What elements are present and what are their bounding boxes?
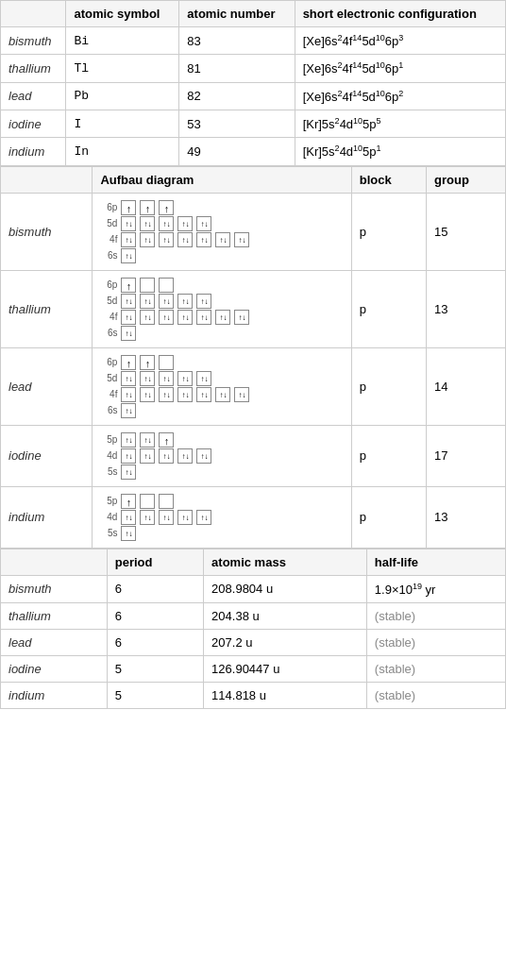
aufbau-row-indium: indium 5p ↑ 4d ↑↓ ↑↓ ↑↓ [1,486,506,548]
element-name-bismuth: bismuth [1,27,66,55]
orbital-box: ↑↓ [121,387,136,402]
aufbau-group-lead: 14 [427,347,506,425]
orbital-box: ↑↓ [177,387,193,402]
orbital-box: ↑↓ [196,216,211,231]
aufbau-block-indium: p [351,486,426,548]
table-row: bismuth 6 208.9804 u 1.9×1019 yr [1,575,506,602]
orbital-box [159,494,174,509]
orbital-box: ↑ [121,355,136,370]
aufbau-block-bismuth: p [351,193,426,270]
prop-name-indium: indium [1,682,108,708]
element-name-lead: lead [1,82,66,110]
orbital-box: ↑↓ [140,216,155,231]
orbital-box: ↑↓ [121,465,136,480]
orbital-box: ↑↓ [159,387,174,402]
prop-col-halflife: half-life [366,549,505,575]
orbital-box: ↑↓ [159,310,174,325]
col-header-number: atomic number [179,1,295,27]
element-symbol-indium: In [66,138,179,165]
orbital-box: ↑↓ [140,448,155,464]
orbital-box: ↑↓ [121,371,136,386]
aufbau-block-iodine: p [351,425,426,486]
prop-halflife-lead: (stable) [366,629,505,655]
prop-period-lead: 6 [107,629,203,655]
orbital-box: ↑↓ [177,216,193,231]
orbital-box [159,355,174,370]
aufbau-col-group: group [427,166,506,193]
table-row: thallium Tl 81 [Xe]6s24f145d106p1 [1,55,506,82]
orbital-box: ↑↓ [159,448,174,464]
orbital-box: ↑ [159,432,174,448]
orbital-box: ↑↓ [234,232,249,247]
aufbau-name-iodine: iodine [1,425,93,486]
orbital-box: ↑ [121,494,136,509]
aufbau-diagram-thallium: 6p ↑ 5d ↑↓ ↑↓ ↑↓ ↑↓ ↑↓ [93,270,351,347]
orbital-box: ↑ [121,278,136,293]
col-header-symbol: atomic symbol [66,1,179,27]
orbital-box: ↑↓ [159,232,174,247]
aufbau-group-iodine: 17 [427,425,506,486]
prop-period-bismuth: 6 [107,575,203,602]
orbital-box: ↑↓ [140,432,155,448]
prop-halflife-thallium: (stable) [366,602,505,629]
orbital-box [140,278,155,293]
orbital-box: ↑↓ [121,432,136,448]
prop-mass-iodine: 126.90447 u [204,655,367,682]
config-thallium: [Xe]6s24f145d106p1 [295,55,505,82]
element-symbol-thallium: Tl [66,55,179,82]
aufbau-diagram-bismuth: 6p ↑ ↑ ↑ 5d ↑↓ ↑↓ ↑↓ ↑↓ ↑↓ [93,193,351,270]
aufbau-diagram-lead: 6p ↑ ↑ 5d ↑↓ ↑↓ ↑↓ ↑↓ ↑↓ [93,347,351,425]
orbital-box: ↑↓ [121,248,136,263]
table-row: bismuth Bi 83 [Xe]6s24f145d106p3 [1,27,506,55]
prop-name-thallium: thallium [1,602,108,629]
table-row: iodine I 53 [Kr]5s24d105p5 [1,110,506,137]
prop-mass-thallium: 204.38 u [204,602,367,629]
orbital-box: ↑↓ [196,387,211,402]
orbital-box [159,278,174,293]
prop-name-iodine: iodine [1,655,108,682]
prop-halflife-bismuth: 1.9×1019 yr [366,575,505,602]
aufbau-row-iodine: iodine 5p ↑↓ ↑↓ ↑ 4d ↑↓ ↑↓ ↑↓ [1,425,506,486]
aufbau-group-bismuth: 15 [427,193,506,270]
orbital-box: ↑↓ [140,310,155,325]
orbital-box: ↑↓ [121,294,136,309]
orbital-box: ↑↓ [215,387,230,402]
config-bismuth: [Xe]6s24f145d106p3 [295,27,505,55]
table-properties: period atomic mass half-life bismuth 6 2… [0,549,506,709]
orbital-box: ↑↓ [159,216,174,231]
config-indium: [Kr]5s24d105p1 [295,138,505,165]
orbital-box: ↑↓ [121,216,136,231]
orbital-box: ↑↓ [121,403,136,418]
orbital-box: ↑↓ [121,510,136,525]
orbital-box: ↑ [140,355,155,370]
orbital-box: ↑ [121,200,136,215]
config-iodine: [Kr]5s24d105p5 [295,110,505,137]
element-symbol-lead: Pb [66,82,179,110]
atomic-number-indium: 49 [179,138,295,165]
orbital-box: ↑ [159,200,174,215]
orbital-box: ↑↓ [234,310,249,325]
element-symbol-iodine: I [66,110,179,137]
aufbau-row-lead: lead 6p ↑ ↑ 5d ↑↓ ↑↓ ↑↓ [1,347,506,425]
aufbau-block-lead: p [351,347,426,425]
prop-mass-bismuth: 208.9804 u [204,575,367,602]
prop-col-mass: atomic mass [204,549,367,575]
orbital-box: ↑↓ [140,371,155,386]
aufbau-diagram-iodine: 5p ↑↓ ↑↓ ↑ 4d ↑↓ ↑↓ ↑↓ ↑↓ ↑↓ [93,425,351,486]
orbital-box: ↑↓ [215,310,230,325]
orbital-box: ↑↓ [121,326,136,341]
prop-name-lead: lead [1,629,108,655]
element-symbol-bismuth: Bi [66,27,179,55]
aufbau-row-thallium: thallium 6p ↑ 5d ↑↓ ↑↓ ↑↓ [1,270,506,347]
orbital-box: ↑↓ [121,310,136,325]
table-row: lead Pb 82 [Xe]6s24f145d106p2 [1,82,506,110]
orbital-box: ↑↓ [140,232,155,247]
orbital-box: ↑↓ [177,232,193,247]
table-aufbau: Aufbau diagram block group bismuth 6p ↑ … [0,166,506,549]
orbital-box: ↑↓ [234,387,249,402]
atomic-number-lead: 82 [179,82,295,110]
orbital-box: ↑↓ [215,232,230,247]
aufbau-name-indium: indium [1,486,93,548]
orbital-box: ↑↓ [121,448,136,464]
prop-col-period: period [107,549,203,575]
